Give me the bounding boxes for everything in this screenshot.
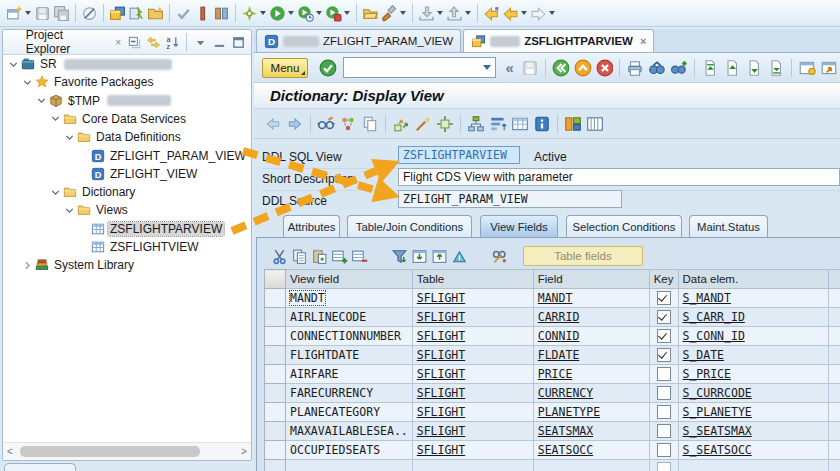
cell-field[interactable]: CURRENCY: [533, 384, 649, 403]
row-selector[interactable]: [265, 460, 286, 471]
ddl-sql-view-field[interactable]: ZSFLIGHTPARVIEW: [398, 146, 520, 164]
field-link[interactable]: PRICE: [538, 367, 573, 381]
table-link[interactable]: SFLIGHT: [417, 424, 465, 438]
refresh-icon[interactable]: [339, 115, 357, 133]
command-field[interactable]: [343, 57, 497, 78]
menu-button[interactable]: Menu: [262, 58, 308, 78]
cell-field[interactable]: [533, 460, 649, 471]
cell-key[interactable]: [649, 308, 678, 327]
table-link[interactable]: SFLIGHT: [417, 367, 465, 381]
position-icon[interactable]: [491, 248, 508, 265]
cell-view-field[interactable]: MANDT: [286, 289, 413, 308]
row-selector[interactable]: [265, 327, 286, 346]
key-checkbox[interactable]: [657, 405, 671, 419]
sort-icon[interactable]: [451, 248, 468, 265]
hierarchy-icon[interactable]: [467, 115, 485, 133]
editor-tab-zflight-param-view[interactable]: DZFLIGHT_PARAM_VIEW: [256, 29, 461, 52]
cell-key[interactable]: [649, 441, 678, 460]
new-abap-object-icon[interactable]: [147, 5, 164, 22]
nav-forward-icon[interactable]: [286, 115, 304, 133]
print-icon[interactable]: [626, 59, 644, 77]
external-tools-dropdown-icon[interactable]: [260, 11, 266, 15]
cell-field[interactable]: PRICE: [533, 365, 649, 384]
table-row[interactable]: AIRLINECODESFLIGHTCARRIDS_CARR_ID: [265, 308, 840, 327]
cell-key[interactable]: [649, 289, 678, 308]
ruler-icon[interactable]: [194, 5, 211, 22]
tree-item-system-library[interactable]: System Library: [3, 256, 136, 274]
info-icon[interactable]: [533, 115, 551, 133]
previous-page-icon[interactable]: [723, 59, 741, 77]
cell-data-elem[interactable]: S_SEATSMAX: [678, 422, 829, 441]
create-shortcut-icon[interactable]: [820, 59, 838, 77]
move-out-icon[interactable]: [431, 248, 448, 265]
data-element-link[interactable]: S_MANDT: [683, 291, 731, 305]
sort-levels-icon[interactable]: [489, 115, 507, 133]
columns-view-icon[interactable]: [586, 115, 604, 133]
tree-item-zsflightview[interactable]: ZSFLIGHTVIEW: [3, 238, 201, 256]
format-source-dropdown-icon[interactable]: [400, 11, 406, 15]
cell-view-field[interactable]: MAXAVAILABLESEA..: [286, 422, 413, 441]
tab-close-icon[interactable]: ×: [640, 35, 646, 47]
paste-rows-icon[interactable]: [311, 248, 328, 265]
external-tools-icon[interactable]: [241, 5, 258, 22]
cell-table[interactable]: SFLIGHT: [412, 422, 533, 441]
cell-field[interactable]: FLDATE: [533, 346, 649, 365]
cell-table[interactable]: SFLIGHT: [412, 441, 533, 460]
data-element-link[interactable]: S_CURRCODE: [683, 386, 752, 400]
format-source-icon[interactable]: [381, 5, 398, 22]
maximize-view-icon[interactable]: [231, 35, 246, 50]
save-all-icon[interactable]: [53, 5, 70, 22]
cell-view-field[interactable]: [286, 460, 413, 471]
key-checkbox[interactable]: [657, 462, 671, 471]
chevron-expanded-icon[interactable]: [7, 58, 20, 71]
check-disabled-icon[interactable]: [175, 5, 192, 22]
scroll-right-icon[interactable]: >: [237, 446, 251, 457]
cell-field[interactable]: MANDT: [533, 289, 649, 308]
table-row[interactable]: AIRFARESFLIGHTPRICES_PRICE: [265, 365, 840, 384]
cut-icon[interactable]: [271, 248, 288, 265]
data-element-link[interactable]: S_CONN_ID: [683, 329, 745, 343]
collapse-all-icon[interactable]: [127, 35, 142, 50]
data-element-link[interactable]: S_DATE: [683, 348, 725, 362]
tree-item-zflight-view[interactable]: DZFLIGHT_VIEW: [3, 165, 199, 183]
chevron-collapsed-icon[interactable]: [21, 259, 34, 272]
table-contents-icon[interactable]: [511, 115, 529, 133]
table-row[interactable]: MANDTSFLIGHTMANDTS_MANDT: [265, 289, 840, 308]
cell-field[interactable]: SEATSOCC: [533, 441, 649, 460]
move-in-icon[interactable]: [411, 248, 428, 265]
sort-az-icon[interactable]: az: [165, 35, 180, 50]
table-row[interactable]: PLANECATEGORYSFLIGHTPLANETYPES_PLANETYE: [265, 403, 840, 422]
field-link[interactable]: CARRID: [538, 310, 580, 324]
cell-key[interactable]: [649, 422, 678, 441]
coverage-dropdown-icon[interactable]: [344, 11, 350, 15]
enter-icon[interactable]: [319, 59, 337, 77]
find-next-icon[interactable]: [670, 59, 688, 77]
table-link[interactable]: SFLIGHT: [417, 291, 465, 305]
cell-field[interactable]: PLANETYPE: [533, 403, 649, 422]
chevron-expanded-icon[interactable]: [49, 186, 62, 199]
delete-row-icon[interactable]: [351, 248, 368, 265]
export-icon[interactable]: [446, 5, 463, 22]
last-edit-location-icon[interactable]: [483, 5, 500, 22]
cell-table[interactable]: SFLIGHT: [412, 384, 533, 403]
find-icon[interactable]: [648, 59, 666, 77]
cell-data-elem[interactable]: S_PLANETYE: [678, 403, 829, 422]
view-close-icon[interactable]: ×: [115, 37, 121, 48]
cell-data-elem[interactable]: S_PRICE: [678, 365, 829, 384]
cell-data-elem[interactable]: S_SEATSOCC: [678, 441, 829, 460]
cell-key[interactable]: [649, 384, 678, 403]
table-row[interactable]: [265, 460, 840, 471]
cell-table[interactable]: SFLIGHT: [412, 308, 533, 327]
insert-row-icon[interactable]: [331, 248, 348, 265]
cell-view-field[interactable]: AIRFARE: [286, 365, 413, 384]
open-resource-icon[interactable]: [362, 5, 379, 22]
tree-item-data-definitions[interactable]: Data Definitions: [3, 128, 183, 146]
coverage-icon[interactable]: [325, 5, 342, 22]
field-link[interactable]: MANDT: [538, 291, 573, 305]
back-icon[interactable]: [502, 5, 519, 22]
activate-object-icon[interactable]: [128, 5, 145, 22]
next-page-icon[interactable]: [745, 59, 763, 77]
field-link[interactable]: SEATSOCC: [538, 443, 593, 457]
first-page-icon[interactable]: [701, 59, 719, 77]
row-selector[interactable]: [265, 441, 286, 460]
